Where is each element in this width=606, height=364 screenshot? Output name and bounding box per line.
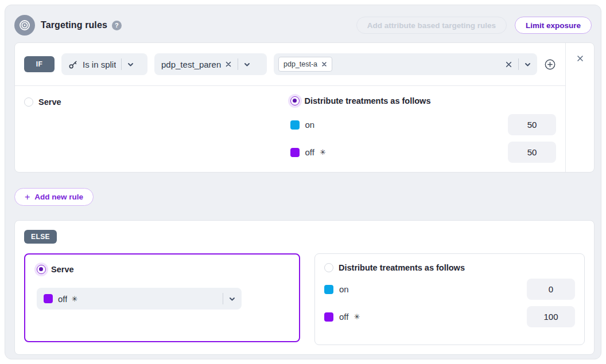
chevron-down-icon[interactable] (127, 61, 134, 68)
else-card: ELSE Serve off ✳ (14, 220, 595, 355)
key-icon (68, 60, 78, 69)
if-badge: IF (24, 56, 55, 72)
treatment-row-on: on (290, 114, 557, 135)
add-condition-icon[interactable] (544, 58, 556, 71)
distribute-radio[interactable] (290, 96, 300, 105)
chevron-down-icon[interactable] (243, 61, 251, 68)
panel-header: Targeting rules ? Add attribute based ta… (14, 14, 592, 36)
rule-close-column (565, 43, 594, 172)
default-treatment-icon: ✳ (354, 312, 360, 321)
treatment-name: off (305, 147, 314, 157)
serve-option[interactable]: Serve (24, 97, 290, 107)
else-distribute-radio[interactable] (324, 263, 333, 272)
treatment-on-swatch (324, 285, 333, 294)
treatment-off-swatch (324, 312, 333, 322)
treatment-off-swatch (290, 148, 300, 157)
chevron-down-icon[interactable] (228, 295, 236, 303)
treatment-multiselect[interactable]: pdp_test-a (274, 53, 537, 75)
else-treatment-row-on: on (324, 279, 575, 300)
treatment-on-swatch (290, 120, 300, 130)
else-serve-treatment-select[interactable]: off ✳ (37, 288, 242, 310)
targeting-rules-panel: Targeting rules ? Add attribute based ta… (5, 5, 601, 359)
else-serve-option[interactable]: Serve (37, 265, 288, 274)
clear-all-icon[interactable] (504, 60, 513, 69)
delete-rule-icon[interactable] (576, 54, 584, 62)
treatment-tag: pdp_test-a (278, 57, 332, 72)
matcher-label: Is in split (83, 60, 116, 69)
distribute-label: Distribute treatments as follows (305, 96, 431, 105)
rule-serve-section: Serve Distribute treatments as follows o… (15, 86, 565, 172)
treatment-tag-label: pdp_test-a (283, 60, 317, 68)
limit-exposure-button[interactable]: Limit exposure (515, 17, 592, 34)
chevron-down-icon[interactable] (524, 61, 531, 68)
treatment-name: on (339, 284, 349, 294)
else-serve-box[interactable]: Serve off ✳ (24, 253, 300, 342)
page-title: Targeting rules (41, 20, 107, 30)
add-attribute-rules-button[interactable]: Add attribute based targeting rules (356, 17, 507, 34)
rule-condition-row: IF Is in split (15, 43, 565, 86)
else-treatment-on-percentage-input[interactable] (527, 279, 575, 300)
split-select-value: pdp_test_paren (161, 60, 221, 69)
selected-treatment-swatch (44, 294, 53, 303)
matcher-select[interactable]: Is in split (61, 53, 147, 75)
add-new-rule-button[interactable]: + Add new rule (14, 188, 94, 206)
split-select[interactable]: pdp_test_paren (154, 53, 267, 75)
treatment-row-off: off ✳ (290, 142, 557, 163)
clear-split-icon[interactable] (224, 60, 232, 68)
treatment-name: on (305, 120, 315, 130)
else-distribute-box[interactable]: Distribute treatments as follows on off … (314, 253, 585, 345)
else-serve-radio[interactable] (37, 265, 46, 274)
else-badge: ELSE (24, 230, 57, 244)
default-treatment-icon: ✳ (71, 295, 77, 303)
else-treatment-off-percentage-input[interactable] (527, 306, 575, 327)
default-treatment-icon: ✳ (320, 148, 326, 156)
else-distribute-label: Distribute treatments as follows (339, 263, 465, 272)
else-serve-label: Serve (51, 265, 74, 274)
serve-label: Serve (38, 97, 61, 107)
else-distribute-option[interactable]: Distribute treatments as follows (324, 263, 575, 272)
add-new-rule-label: Add new rule (34, 193, 83, 201)
rule-card: IF Is in split (14, 42, 595, 173)
selected-treatment-name: off (58, 294, 67, 304)
treatment-off-percentage-input[interactable] (508, 142, 556, 163)
treatment-name: off (339, 312, 348, 322)
distribute-option[interactable]: Distribute treatments as follows (290, 96, 557, 105)
plus-icon: + (25, 193, 30, 202)
remove-tag-icon[interactable] (321, 61, 327, 67)
treatment-on-percentage-input[interactable] (508, 114, 556, 135)
targeting-rules-icon (14, 15, 35, 36)
help-icon[interactable]: ? (112, 21, 122, 30)
serve-radio[interactable] (24, 97, 33, 107)
else-treatment-row-off: off ✳ (324, 306, 575, 327)
